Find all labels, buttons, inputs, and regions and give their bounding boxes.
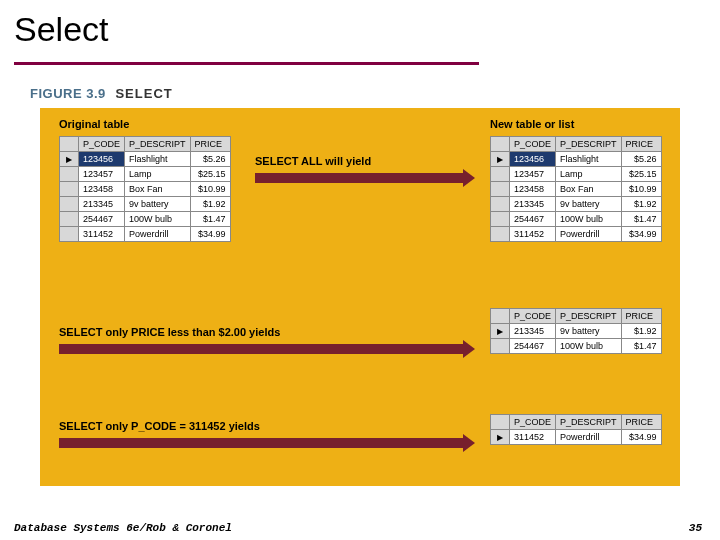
table-row: ▶123456Flashlight$5.26 [60, 152, 231, 167]
cell-pcode: 123456 [79, 152, 125, 167]
arrow-icon [255, 173, 463, 183]
db-table: P_CODEP_DESCRIPTPRICE▶311452Powerdrill$3… [490, 414, 662, 445]
cell-pcode: 213345 [510, 197, 556, 212]
col-price: PRICE [621, 309, 661, 324]
cell-pcode: 254467 [510, 212, 556, 227]
cell-price: $1.47 [621, 212, 661, 227]
figure-caption: FIGURE 3.9 SELECT [30, 86, 173, 101]
cell-pcode: 254467 [79, 212, 125, 227]
row-marker-icon [491, 227, 510, 242]
col-price: PRICE [621, 415, 661, 430]
table-row: 123458Box Fan$10.99 [60, 182, 231, 197]
cell-pdescript: Powerdrill [556, 227, 622, 242]
row-marker-icon [491, 182, 510, 197]
select-pcode-label: SELECT only P_CODE = 311452 yields [59, 420, 260, 432]
row-marker-icon [491, 197, 510, 212]
table-row: 123458Box Fan$10.99 [491, 182, 662, 197]
cell-pdescript: Box Fan [125, 182, 191, 197]
page-number: 35 [689, 522, 702, 534]
select-all-label: SELECT ALL will yield [255, 155, 371, 167]
cell-pdescript: 100W bulb [556, 339, 622, 354]
cell-price: $1.92 [621, 324, 661, 339]
table-row: 254467100W bulb$1.47 [60, 212, 231, 227]
cell-price: $1.92 [190, 197, 230, 212]
cell-pcode: 311452 [510, 430, 556, 445]
cell-pdescript: 100W bulb [125, 212, 191, 227]
table-row: 123457Lamp$25.15 [60, 167, 231, 182]
row-marker-header [491, 137, 510, 152]
cell-pdescript: Box Fan [556, 182, 622, 197]
original-table: P_CODEP_DESCRIPTPRICE▶123456Flashlight$5… [59, 136, 231, 242]
cell-pdescript: 100W bulb [556, 212, 622, 227]
cell-pdescript: Lamp [125, 167, 191, 182]
cell-pcode: 213345 [510, 324, 556, 339]
cell-pcode: 123457 [510, 167, 556, 182]
table-row: 254467100W bulb$1.47 [491, 339, 662, 354]
cell-pcode: 123458 [510, 182, 556, 197]
result-price-table: P_CODEP_DESCRIPTPRICE▶2133459v battery$1… [490, 308, 662, 354]
row-marker-icon [60, 227, 79, 242]
table-row: 2133459v battery$1.92 [60, 197, 231, 212]
col-pdescript: P_DESCRIPT [556, 137, 622, 152]
col-price: PRICE [621, 137, 661, 152]
cell-price: $1.92 [621, 197, 661, 212]
cell-price: $5.26 [190, 152, 230, 167]
cell-price: $5.26 [621, 152, 661, 167]
cell-pdescript: Flashlight [556, 152, 622, 167]
cell-pdescript: Flashlight [125, 152, 191, 167]
table-row: ▶311452Powerdrill$34.99 [491, 430, 662, 445]
row-marker-icon: ▶ [491, 324, 510, 339]
col-price: PRICE [190, 137, 230, 152]
row-marker-header [491, 415, 510, 430]
row-marker-icon: ▶ [491, 430, 510, 445]
row-marker-icon [491, 212, 510, 227]
db-table: P_CODEP_DESCRIPTPRICE▶2133459v battery$1… [490, 308, 662, 354]
row-marker-icon [60, 197, 79, 212]
row-marker-icon [60, 167, 79, 182]
table-row: 123457Lamp$25.15 [491, 167, 662, 182]
table-row: 311452Powerdrill$34.99 [491, 227, 662, 242]
col-pdescript: P_DESCRIPT [556, 309, 622, 324]
cell-price: $1.47 [190, 212, 230, 227]
col-pdescript: P_DESCRIPT [556, 415, 622, 430]
db-table: P_CODEP_DESCRIPTPRICE▶123456Flashlight$5… [490, 136, 662, 242]
col-pdescript: P_DESCRIPT [125, 137, 191, 152]
result-all-table: P_CODEP_DESCRIPTPRICE▶123456Flashlight$5… [490, 136, 662, 242]
title-underline [14, 62, 479, 65]
cell-price: $25.15 [190, 167, 230, 182]
row-marker-icon [60, 182, 79, 197]
cell-price: $10.99 [190, 182, 230, 197]
cell-price: $1.47 [621, 339, 661, 354]
cell-pcode: 311452 [510, 227, 556, 242]
table-row: ▶123456Flashlight$5.26 [491, 152, 662, 167]
row-marker-header [491, 309, 510, 324]
col-pcode: P_CODE [79, 137, 125, 152]
cell-pcode: 311452 [79, 227, 125, 242]
cell-price: $34.99 [621, 430, 661, 445]
cell-price: $25.15 [621, 167, 661, 182]
col-pcode: P_CODE [510, 137, 556, 152]
row-marker-header [60, 137, 79, 152]
footer-text: Database Systems 6e/Rob & Coronel [14, 522, 232, 534]
cell-pdescript: Powerdrill [556, 430, 622, 445]
row-marker-icon [491, 167, 510, 182]
row-marker-icon: ▶ [60, 152, 79, 167]
cell-pcode: 123457 [79, 167, 125, 182]
page-title: Select [0, 0, 720, 49]
cell-pcode: 213345 [79, 197, 125, 212]
table-row: 311452Powerdrill$34.99 [60, 227, 231, 242]
col-pcode: P_CODE [510, 415, 556, 430]
row-marker-icon [60, 212, 79, 227]
table-row: ▶2133459v battery$1.92 [491, 324, 662, 339]
cell-pdescript: 9v battery [556, 197, 622, 212]
figure-title: SELECT [115, 86, 172, 101]
figure-panel: Original table New table or list SELECT … [40, 108, 680, 486]
cell-pdescript: 9v battery [556, 324, 622, 339]
cell-pdescript: 9v battery [125, 197, 191, 212]
arrow-icon [59, 344, 463, 354]
cell-price: $34.99 [190, 227, 230, 242]
select-price-label: SELECT only PRICE less than $2.00 yields [59, 326, 280, 338]
slide: Select FIGURE 3.9 SELECT Original table … [0, 0, 720, 540]
arrow-icon [59, 438, 463, 448]
row-marker-icon: ▶ [491, 152, 510, 167]
